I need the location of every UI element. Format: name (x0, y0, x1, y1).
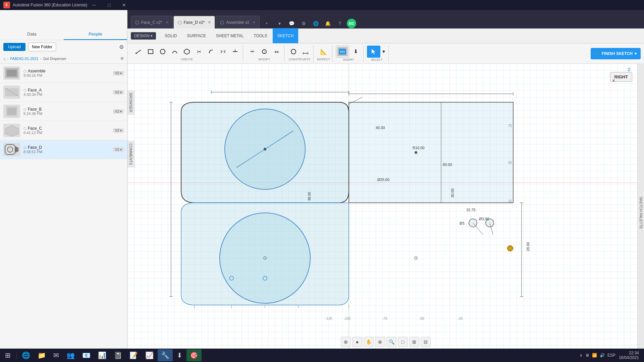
menu-sheet-metal[interactable]: SHEET METAL (211, 28, 248, 43)
svg-marker-24 (5, 125, 18, 136)
settings-button[interactable]: ⚙ (299, 18, 309, 28)
close-button[interactable]: ✕ (117, 0, 131, 10)
project-item-assemble[interactable]: ⬡ Assemble 9:50:16 PM V2 ▾ (0, 64, 127, 83)
tray-speaker: 🔊 (600, 353, 605, 358)
notification-button[interactable]: 💬 (286, 18, 297, 28)
canvas-grid[interactable]: 40.00 R10.00 60.00 30.00 Ø25.00 15.75 Ø3… (127, 64, 644, 362)
taskbar-mail[interactable]: ✉ (50, 349, 62, 361)
item-thumb-face-a (3, 85, 20, 99)
maximize-button[interactable]: □ (102, 0, 116, 10)
item-version-face-d[interactable]: V2 ▾ (113, 147, 124, 152)
tab-face-c-close[interactable]: ✕ (166, 20, 168, 24)
taskbar-excel[interactable]: 📈 (142, 349, 157, 361)
design-dropdown[interactable]: DESIGN ▾ (131, 32, 156, 40)
globe-button[interactable]: 🌐 (311, 18, 321, 28)
record-button[interactable]: ● (352, 337, 362, 347)
menu-sketch[interactable]: SKETCH (273, 28, 299, 43)
upload-button[interactable]: Upload (3, 43, 25, 51)
extend-tool[interactable]: ⇔ (271, 46, 282, 57)
canvas: BROWSER COMMENTS (127, 64, 644, 362)
polygon-tool[interactable] (181, 46, 193, 57)
insert-tool[interactable]: ⬇ (350, 46, 361, 57)
tab-assemble[interactable]: ⬡ Assemble v2 ✕ (216, 16, 260, 28)
breadcrumb-home[interactable]: ⌂ (3, 57, 6, 61)
grid-toggle-button[interactable]: ⊞ (409, 337, 419, 347)
project-item-face-d[interactable]: ⬡ Face_D 8:38:51 PM V2 ▾ (0, 140, 127, 159)
snap-button[interactable]: ⊕ (341, 337, 351, 347)
item-version-assemble[interactable]: V2 ▾ (113, 71, 124, 75)
tab-face-d[interactable]: ⬡ Face_D v2* ✕ (173, 16, 215, 28)
mirror-tool[interactable] (217, 46, 229, 57)
inspect-group: 📐 INSPECT (315, 45, 332, 62)
constraint-tool[interactable] (288, 46, 299, 57)
breadcrumb-settings-icon[interactable]: ⚙ (120, 56, 124, 61)
project-item-face-a[interactable]: ⬡ Face_A 4:30:39 PM V2 ▾ (0, 83, 127, 102)
zoom-button[interactable]: 🔍 (386, 337, 396, 347)
help-button[interactable]: ? (335, 18, 345, 28)
finish-sketch-button[interactable]: ✓ FINISH SKETCH ▾ (591, 48, 641, 59)
tab-assemble-icon: ⬡ (220, 20, 224, 25)
taskbar-app3[interactable]: 🎯 (186, 349, 202, 361)
add-tab-button[interactable]: + (262, 18, 272, 28)
rectangle-tool[interactable] (145, 46, 156, 57)
taskbar-outlook[interactable]: 📧 (79, 349, 94, 361)
arc-tool[interactable] (169, 46, 180, 57)
circle-tool[interactable] (157, 46, 168, 57)
select-dropdown[interactable]: ▾ (381, 46, 386, 57)
pattern-tool[interactable] (229, 46, 241, 57)
tab-face-d-close[interactable]: ✕ (208, 20, 211, 24)
offset-tool[interactable] (247, 46, 258, 57)
minimize-button[interactable]: ─ (87, 0, 101, 10)
display-button[interactable]: □ (398, 337, 408, 347)
trim-tool[interactable]: ✂ (193, 46, 205, 57)
taskbar-clock[interactable]: 22:34 16/04/2021 (619, 351, 639, 360)
sub-toolbar: ✂ CREATE (127, 44, 644, 64)
bell-button[interactable]: 🔔 (323, 18, 333, 28)
view-cube[interactable]: Z RIGHT ✕ (610, 72, 632, 82)
start-button[interactable]: ⊞ (2, 349, 14, 361)
item-version-face-b[interactable]: V2 ▾ (113, 109, 124, 114)
taskbar-word[interactable]: 📝 (126, 349, 141, 361)
insert-label: INSERT (343, 58, 354, 61)
taskbar-app2[interactable]: ⬇ (173, 349, 186, 361)
item-info-face-c: ⬡ Face_C 6:41:12 PM (23, 126, 110, 135)
tab-face-c-icon: ⬡ (135, 20, 139, 25)
breadcrumb-project[interactable]: FABDIG-01-2021 (10, 57, 38, 61)
insert-image-tool[interactable]: IMG (336, 46, 349, 58)
taskbar-onenote[interactable]: 📓 (110, 349, 125, 361)
taskbar-fusion[interactable]: 🔧 (158, 349, 173, 361)
sidebar-toolbar-spacer (0, 10, 127, 28)
inspect-tool[interactable]: 📐 (318, 46, 329, 57)
select-tool[interactable] (367, 46, 380, 58)
sidebar-settings-button[interactable]: ⚙ (119, 44, 124, 50)
ruler-r75: 75 (508, 124, 512, 128)
project-tool[interactable] (259, 46, 270, 57)
orbit-button[interactable]: ⊕ (375, 337, 385, 347)
tab-overflow-button[interactable]: ▾ (274, 18, 284, 28)
taskbar-powerpoint[interactable]: 📊 (95, 349, 110, 361)
sidebar-tab-people[interactable]: People (64, 28, 127, 40)
pan-button[interactable]: ✋ (364, 337, 374, 347)
taskbar-teams[interactable]: 👥 (63, 349, 78, 361)
menu-tools[interactable]: TOOLS (249, 28, 272, 43)
tray-chevron[interactable]: ∧ (580, 353, 583, 358)
sidebar-tab-data[interactable]: Data (0, 28, 64, 40)
fillet-tool[interactable] (205, 46, 217, 57)
line-tool[interactable] (133, 46, 144, 57)
new-folder-button[interactable]: New Folder (28, 43, 56, 51)
taskbar-chrome[interactable]: 🌐 (18, 349, 34, 361)
sketch-palette-panel[interactable]: SKETCH PALETTE (637, 64, 644, 362)
dimension-tool[interactable] (300, 46, 311, 57)
taskbar-explorer[interactable]: 📁 (34, 349, 49, 361)
project-item-face-b[interactable]: ⬡ Face_B 5:24:38 PM V2 ▾ (0, 102, 127, 121)
menu-surface[interactable]: SURFACE (182, 28, 211, 43)
project-item-face-c[interactable]: ⬡ Face_C 6:41:12 PM V2 ▾ (0, 121, 127, 140)
sidebar: Data People Upload New Folder ⚙ ⌂ › FABD… (0, 10, 127, 362)
item-version-face-c[interactable]: V2 ▾ (113, 128, 124, 133)
more-button[interactable]: ⊟ (421, 337, 431, 347)
user-avatar-corner[interactable]: BG (347, 19, 356, 28)
tab-face-c[interactable]: ⬡ Face_C v2* ✕ (131, 16, 173, 28)
tab-assemble-close[interactable]: ✕ (253, 20, 255, 24)
menu-solid[interactable]: SOLID (160, 28, 181, 43)
item-version-face-a[interactable]: V2 ▾ (113, 90, 124, 95)
